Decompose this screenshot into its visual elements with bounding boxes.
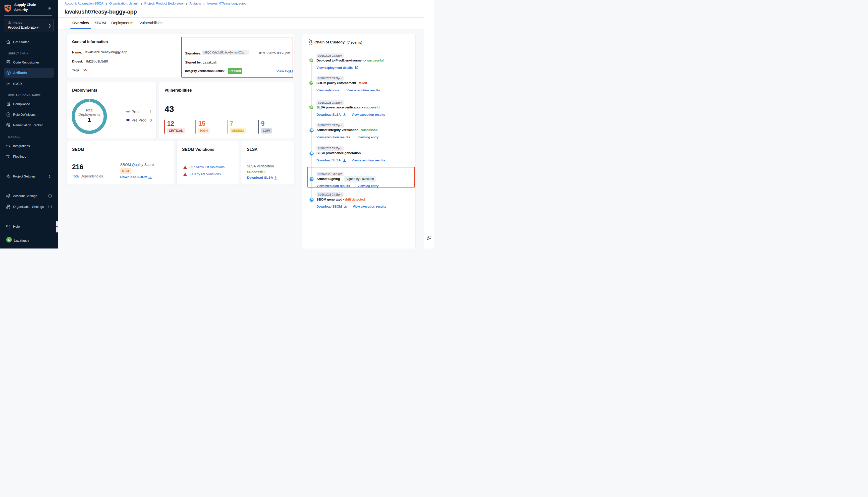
svg-text:?: ? xyxy=(7,225,8,227)
